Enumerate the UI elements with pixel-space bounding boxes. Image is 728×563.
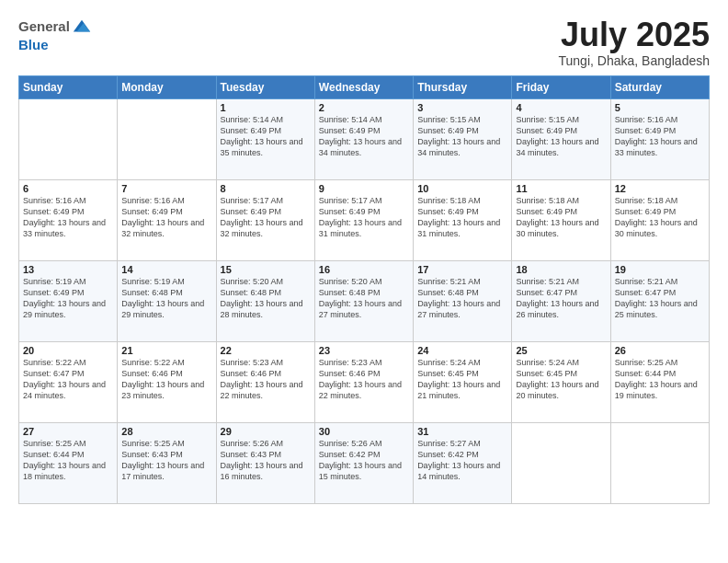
main-title: July 2025 — [559, 17, 710, 53]
calendar-cell: 20Sunrise: 5:22 AMSunset: 6:47 PMDayligh… — [19, 341, 118, 422]
cell-text: Sunrise: 5:23 AMSunset: 6:46 PMDaylight:… — [319, 357, 409, 402]
cell-text: Sunrise: 5:16 AMSunset: 6:49 PMDaylight:… — [23, 195, 113, 240]
calendar-cell: 2Sunrise: 5:14 AMSunset: 6:49 PMDaylight… — [314, 98, 413, 179]
day-number: 19 — [615, 264, 705, 275]
calendar-cell: 26Sunrise: 5:25 AMSunset: 6:44 PMDayligh… — [610, 341, 709, 422]
calendar-cell: 9Sunrise: 5:17 AMSunset: 6:49 PMDaylight… — [314, 179, 413, 260]
cell-text: Sunrise: 5:20 AMSunset: 6:48 PMDaylight:… — [221, 276, 311, 321]
day-number: 12 — [615, 183, 705, 194]
day-number: 20 — [23, 345, 113, 356]
cell-text: Sunrise: 5:14 AMSunset: 6:49 PMDaylight:… — [319, 114, 409, 159]
calendar-week-4: 20Sunrise: 5:22 AMSunset: 6:47 PMDayligh… — [19, 341, 710, 422]
header: General Blue July 2025 Tungi, Dhaka, Ban… — [18, 17, 710, 68]
day-number: 15 — [221, 264, 311, 275]
calendar-cell: 10Sunrise: 5:18 AMSunset: 6:49 PMDayligh… — [414, 179, 512, 260]
day-number: 7 — [121, 183, 211, 194]
cell-text: Sunrise: 5:22 AMSunset: 6:46 PMDaylight:… — [121, 357, 211, 402]
calendar-cell: 22Sunrise: 5:23 AMSunset: 6:46 PMDayligh… — [216, 341, 314, 422]
cell-text: Sunrise: 5:19 AMSunset: 6:49 PMDaylight:… — [23, 276, 113, 321]
cell-text: Sunrise: 5:21 AMSunset: 6:48 PMDaylight:… — [417, 276, 507, 321]
cell-text: Sunrise: 5:18 AMSunset: 6:49 PMDaylight:… — [417, 195, 507, 240]
calendar-cell: 16Sunrise: 5:20 AMSunset: 6:48 PMDayligh… — [314, 260, 413, 341]
day-number: 29 — [221, 426, 311, 437]
day-number: 27 — [23, 426, 113, 437]
calendar-cell: 24Sunrise: 5:24 AMSunset: 6:45 PMDayligh… — [414, 341, 512, 422]
calendar-cell: 8Sunrise: 5:17 AMSunset: 6:49 PMDaylight… — [216, 179, 314, 260]
day-number: 22 — [221, 345, 311, 356]
cell-text: Sunrise: 5:25 AMSunset: 6:43 PMDaylight:… — [121, 438, 211, 483]
cell-text: Sunrise: 5:24 AMSunset: 6:45 PMDaylight:… — [516, 357, 606, 402]
cell-text: Sunrise: 5:27 AMSunset: 6:42 PMDaylight:… — [417, 438, 507, 483]
calendar-header-sunday: Sunday — [19, 75, 118, 98]
calendar-cell: 3Sunrise: 5:15 AMSunset: 6:49 PMDaylight… — [414, 98, 512, 179]
calendar-header-wednesday: Wednesday — [314, 75, 413, 98]
cell-text: Sunrise: 5:17 AMSunset: 6:49 PMDaylight:… — [221, 195, 311, 240]
day-number: 31 — [417, 426, 507, 437]
calendar-header-friday: Friday — [512, 75, 610, 98]
day-number: 6 — [23, 183, 113, 194]
cell-text: Sunrise: 5:22 AMSunset: 6:47 PMDaylight:… — [23, 357, 113, 402]
calendar-header-row: SundayMondayTuesdayWednesdayThursdayFrid… — [19, 75, 710, 98]
calendar-cell: 1Sunrise: 5:14 AMSunset: 6:49 PMDaylight… — [216, 98, 314, 179]
cell-text: Sunrise: 5:18 AMSunset: 6:49 PMDaylight:… — [615, 195, 705, 240]
cell-text: Sunrise: 5:18 AMSunset: 6:49 PMDaylight:… — [516, 195, 606, 240]
calendar-cell: 30Sunrise: 5:26 AMSunset: 6:42 PMDayligh… — [314, 422, 413, 503]
day-number: 24 — [417, 345, 507, 356]
day-number: 26 — [615, 345, 705, 356]
calendar-cell: 27Sunrise: 5:25 AMSunset: 6:44 PMDayligh… — [19, 422, 118, 503]
cell-text: Sunrise: 5:26 AMSunset: 6:43 PMDaylight:… — [221, 438, 311, 483]
calendar-cell — [118, 98, 216, 179]
calendar-week-1: 1Sunrise: 5:14 AMSunset: 6:49 PMDaylight… — [19, 98, 710, 179]
cell-text: Sunrise: 5:19 AMSunset: 6:48 PMDaylight:… — [121, 276, 211, 321]
logo-blue: Blue — [18, 37, 92, 52]
cell-text: Sunrise: 5:16 AMSunset: 6:49 PMDaylight:… — [615, 114, 705, 159]
cell-text: Sunrise: 5:20 AMSunset: 6:48 PMDaylight:… — [319, 276, 409, 321]
day-number: 11 — [516, 183, 606, 194]
day-number: 9 — [319, 183, 409, 194]
cell-text: Sunrise: 5:15 AMSunset: 6:49 PMDaylight:… — [516, 114, 606, 159]
calendar-cell: 6Sunrise: 5:16 AMSunset: 6:49 PMDaylight… — [19, 179, 118, 260]
day-number: 25 — [516, 345, 606, 356]
calendar-week-3: 13Sunrise: 5:19 AMSunset: 6:49 PMDayligh… — [19, 260, 710, 341]
calendar-cell: 23Sunrise: 5:23 AMSunset: 6:46 PMDayligh… — [314, 341, 413, 422]
cell-text: Sunrise: 5:15 AMSunset: 6:49 PMDaylight:… — [417, 114, 507, 159]
calendar-cell: 29Sunrise: 5:26 AMSunset: 6:43 PMDayligh… — [216, 422, 314, 503]
day-number: 16 — [319, 264, 409, 275]
cell-text: Sunrise: 5:14 AMSunset: 6:49 PMDaylight:… — [221, 114, 311, 159]
calendar-cell: 5Sunrise: 5:16 AMSunset: 6:49 PMDaylight… — [610, 98, 709, 179]
title-block: July 2025 Tungi, Dhaka, Bangladesh — [559, 17, 710, 68]
calendar-cell: 25Sunrise: 5:24 AMSunset: 6:45 PMDayligh… — [512, 341, 610, 422]
cell-text: Sunrise: 5:24 AMSunset: 6:45 PMDaylight:… — [417, 357, 507, 402]
day-number: 21 — [121, 345, 211, 356]
calendar-cell: 19Sunrise: 5:21 AMSunset: 6:47 PMDayligh… — [610, 260, 709, 341]
day-number: 5 — [615, 102, 705, 113]
day-number: 4 — [516, 102, 606, 113]
calendar: SundayMondayTuesdayWednesdayThursdayFrid… — [18, 75, 710, 504]
day-number: 14 — [121, 264, 211, 275]
day-number: 28 — [121, 426, 211, 437]
calendar-cell: 17Sunrise: 5:21 AMSunset: 6:48 PMDayligh… — [414, 260, 512, 341]
calendar-header-monday: Monday — [118, 75, 216, 98]
cell-text: Sunrise: 5:16 AMSunset: 6:49 PMDaylight:… — [121, 195, 211, 240]
calendar-cell: 12Sunrise: 5:18 AMSunset: 6:49 PMDayligh… — [610, 179, 709, 260]
calendar-cell: 15Sunrise: 5:20 AMSunset: 6:48 PMDayligh… — [216, 260, 314, 341]
calendar-week-5: 27Sunrise: 5:25 AMSunset: 6:44 PMDayligh… — [19, 422, 710, 503]
calendar-header-saturday: Saturday — [610, 75, 709, 98]
day-number: 30 — [319, 426, 409, 437]
cell-text: Sunrise: 5:21 AMSunset: 6:47 PMDaylight:… — [615, 276, 705, 321]
calendar-header-thursday: Thursday — [414, 75, 512, 98]
cell-text: Sunrise: 5:25 AMSunset: 6:44 PMDaylight:… — [615, 357, 705, 402]
day-number: 8 — [221, 183, 311, 194]
calendar-cell — [512, 422, 610, 503]
day-number: 18 — [516, 264, 606, 275]
calendar-cell: 11Sunrise: 5:18 AMSunset: 6:49 PMDayligh… — [512, 179, 610, 260]
calendar-cell: 21Sunrise: 5:22 AMSunset: 6:46 PMDayligh… — [118, 341, 216, 422]
calendar-cell: 4Sunrise: 5:15 AMSunset: 6:49 PMDaylight… — [512, 98, 610, 179]
cell-text: Sunrise: 5:26 AMSunset: 6:42 PMDaylight:… — [319, 438, 409, 483]
calendar-cell: 18Sunrise: 5:21 AMSunset: 6:47 PMDayligh… — [512, 260, 610, 341]
day-number: 13 — [23, 264, 113, 275]
logo: General Blue — [18, 17, 92, 52]
calendar-cell — [19, 98, 118, 179]
day-number: 1 — [221, 102, 311, 113]
cell-text: Sunrise: 5:23 AMSunset: 6:46 PMDaylight:… — [221, 357, 311, 402]
